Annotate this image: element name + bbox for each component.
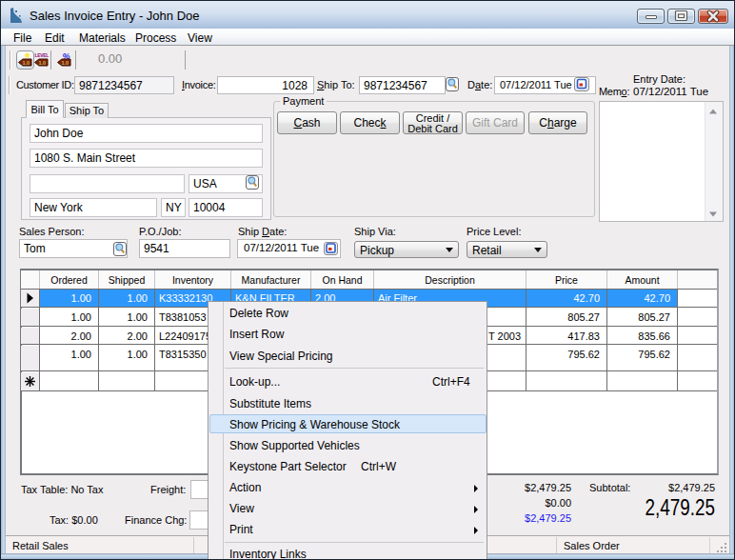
svg-text:1.0: 1.0 bbox=[39, 60, 47, 66]
svg-text:1.0: 1.0 bbox=[23, 60, 30, 66]
svg-text:LEVEL: LEVEL bbox=[35, 52, 50, 58]
svg-text:1.0: 1.0 bbox=[62, 60, 70, 66]
